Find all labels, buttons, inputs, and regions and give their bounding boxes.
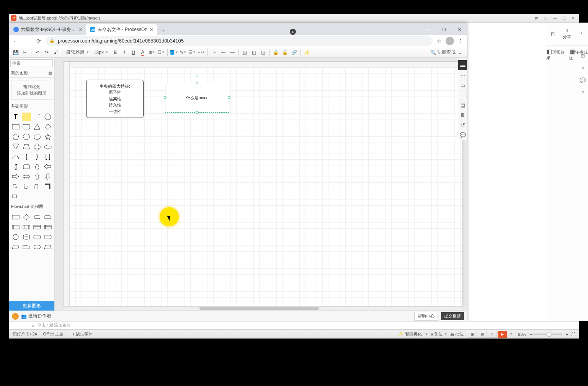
pen-icon[interactable]: ✎▼: [179, 49, 187, 56]
edit-icon[interactable]: ▨: [48, 70, 52, 75]
user-avatar[interactable]: [12, 313, 19, 320]
magic-icon[interactable]: ✨: [303, 49, 311, 56]
flowchart-section[interactable]: Flowchart 流程图: [9, 202, 54, 211]
horizontal-scrollbar[interactable]: [64, 307, 462, 310]
fc-display[interactable]: [43, 213, 52, 221]
brace-left-shape[interactable]: {: [22, 152, 31, 161]
rp-share[interactable]: ⇪分享: [563, 28, 571, 40]
zoom-in-icon[interactable]: +: [566, 332, 568, 337]
comment-icon[interactable]: 💬: [458, 130, 467, 140]
new-tab-button[interactable]: +: [158, 26, 168, 35]
underline-icon[interactable]: U: [129, 49, 138, 56]
fc-terminator[interactable]: [33, 213, 42, 221]
reload-button[interactable]: ⟳: [34, 36, 43, 46]
rp-sparkle-icon[interactable]: ✧: [578, 62, 587, 74]
rp-shape-effect[interactable]: ◧形状效果: [546, 48, 565, 61]
tab-close-icon[interactable]: ✕: [150, 27, 153, 32]
card-shape[interactable]: [22, 162, 31, 171]
feedback-button[interactable]: 提交反馈: [441, 312, 464, 320]
fc-card[interactable]: [33, 223, 42, 231]
brace-right-shape[interactable]: }: [33, 152, 42, 161]
minimize-icon[interactable]: —: [551, 15, 559, 21]
slideshow-button[interactable]: ▶: [498, 331, 507, 338]
arrow-up-shape[interactable]: [33, 172, 42, 181]
circle-shape[interactable]: [43, 113, 52, 121]
layout-icon[interactable]: ▭: [542, 15, 549, 21]
line2-icon[interactable]: —: [228, 49, 237, 56]
browser-menu-icon[interactable]: ⋮: [456, 37, 465, 45]
note-shape[interactable]: [22, 113, 31, 121]
fc-hex[interactable]: [33, 243, 42, 251]
arrow-u-shape[interactable]: [22, 182, 31, 191]
save-icon[interactable]: 💾: [11, 49, 20, 56]
line-style-icon[interactable]: ⋯▼: [197, 49, 206, 56]
canvas-area[interactable]: 事务的四大特征: 原子性 隔离性 持久性 一致性 什么是mvcc: [55, 58, 467, 311]
small-rect-shape[interactable]: [11, 192, 20, 201]
rp-chat-icon[interactable]: 💬: [578, 74, 587, 86]
notes-button[interactable]: 备注: [434, 331, 443, 337]
invtriangle-shape[interactable]: [11, 142, 20, 151]
arrow-left-shape[interactable]: [43, 162, 52, 171]
help-center-button[interactable]: 帮助中心: [414, 312, 438, 321]
zoom-slider[interactable]: [532, 334, 563, 335]
navigator-icon[interactable]: ⊹: [458, 70, 467, 80]
node-mvcc[interactable]: 什么是mvcc: [165, 83, 229, 113]
fc-connector[interactable]: [11, 233, 20, 241]
fc-data[interactable]: [11, 243, 20, 251]
theme-label[interactable]: Office 主题: [43, 331, 64, 337]
arrow-n-shape[interactable]: [33, 182, 42, 191]
missing-font[interactable]: 缺失字体: [76, 331, 93, 337]
bookmark-icon[interactable]: ☆: [435, 37, 443, 45]
brace2-shape[interactable]: ⦃: [11, 162, 20, 171]
history-icon[interactable]: ↺: [458, 120, 467, 130]
star-shape[interactable]: [43, 132, 52, 141]
view-reading-icon[interactable]: ▭: [488, 331, 497, 338]
connector-icon[interactable]: └: [210, 49, 218, 56]
line1-icon[interactable]: —: [219, 49, 227, 56]
plus-shape[interactable]: [33, 142, 42, 151]
basic-shapes-section[interactable]: 基础图形: [9, 102, 54, 111]
back-button[interactable]: ←: [11, 36, 20, 46]
profile-avatar[interactable]: [446, 37, 454, 45]
pentagon-shape[interactable]: [11, 132, 20, 141]
arrow-down-shape[interactable]: [43, 172, 52, 181]
cloud-shape[interactable]: [43, 142, 52, 151]
tab-close-icon[interactable]: ✕: [79, 27, 82, 32]
invite-collaborator[interactable]: 邀请协作者: [28, 313, 51, 319]
restore-icon[interactable]: ⬒: [532, 15, 540, 21]
tab-mysql[interactable]: 六星教育-MySQL-4-事务隔离 ✕: [10, 24, 86, 35]
italic-icon[interactable]: I: [120, 49, 129, 56]
browser-maximize-icon[interactable]: ☐: [436, 24, 452, 35]
zoom-out-icon[interactable]: −: [529, 332, 532, 337]
shape-search-input[interactable]: [10, 59, 53, 67]
arrow-turn-shape[interactable]: [11, 182, 20, 191]
page-icon[interactable]: 🗎: [458, 110, 467, 120]
cut-icon[interactable]: ✂: [21, 49, 29, 56]
view-sorter-icon[interactable]: ⊞: [478, 331, 487, 338]
undo-icon[interactable]: ↶: [33, 49, 42, 56]
lock-icon[interactable]: 🔒: [272, 49, 280, 56]
unlock-icon[interactable]: 🔓: [281, 49, 289, 56]
fc-process[interactable]: [11, 213, 20, 221]
triangle-shape[interactable]: [33, 123, 42, 131]
fc-delay[interactable]: [43, 233, 52, 241]
rp-action[interactable]: 作: [550, 31, 555, 37]
bold-icon[interactable]: B: [111, 49, 119, 56]
hexagon-shape[interactable]: [22, 132, 31, 141]
bracket-shape[interactable]: [ ]: [43, 152, 52, 161]
trapezoid-shape[interactable]: [22, 142, 31, 151]
close-icon[interactable]: ✕: [569, 15, 577, 21]
text-shape[interactable]: T: [11, 113, 20, 121]
tab-processon[interactable]: On 未命名文件 - ProcessOn ✕: [86, 24, 157, 35]
arrow-lr-shape[interactable]: [22, 172, 31, 181]
canvas[interactable]: 事务的四大特征: 原子性 隔离性 持久性 一致性 什么是mvcc: [64, 62, 462, 306]
outline-icon[interactable]: ▭: [458, 80, 467, 90]
list-icon[interactable]: ☲▼: [157, 49, 165, 56]
url-field[interactable]: 🔒 processon.com/diagraming/60cddf141e085…: [46, 36, 433, 46]
layers-icon[interactable]: ▤: [458, 100, 467, 110]
function-search[interactable]: 🔍 功能查找: [430, 49, 456, 56]
format-painter-icon[interactable]: 🖌: [52, 49, 60, 56]
drop-shape[interactable]: [33, 162, 42, 171]
line-shape[interactable]: [33, 113, 42, 121]
screenshot-icon[interactable]: ⛶: [458, 90, 467, 100]
